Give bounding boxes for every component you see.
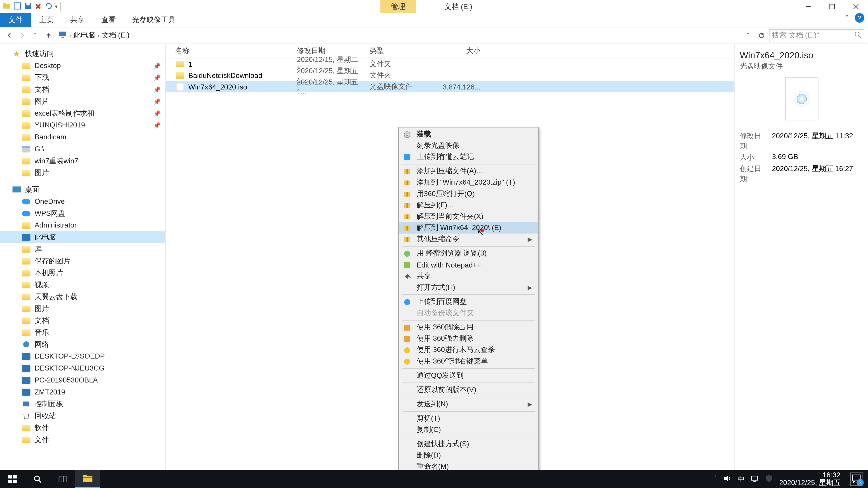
nav-item[interactable]: 天翼云盘下载 (0, 291, 165, 303)
start-button[interactable] (0, 470, 25, 488)
nav-back-button[interactable] (4, 30, 14, 41)
context-menu-item[interactable]: 上传到有道云笔记 (399, 151, 538, 163)
taskbar-clock[interactable]: 16:32 2020/12/25, 星期五 (779, 471, 840, 487)
nav-item[interactable]: 图片 (0, 167, 165, 179)
context-menu-item[interactable]: 解压到(F)... (399, 199, 538, 211)
nav-item[interactable]: 文档 (0, 315, 165, 326)
nav-item[interactable]: YUNQISHI2019📌 (0, 119, 165, 131)
nav-item[interactable]: DESKTOP-NJEU3CG (0, 362, 165, 374)
qat-save-icon[interactable] (24, 2, 32, 12)
nav-item[interactable]: Bandicam (0, 131, 165, 143)
context-menu-item[interactable]: 使用 360解除占用 (399, 322, 538, 333)
nav-item[interactable]: Administrator (0, 219, 165, 231)
qat-dropdown-icon[interactable]: ▾ (55, 4, 58, 9)
nav-item[interactable]: 回收站 (0, 410, 165, 422)
minimize-button[interactable] (796, 0, 820, 13)
nav-item[interactable]: 网络 (0, 338, 165, 350)
context-menu-item[interactable]: 使用 360强力删除 (399, 333, 538, 344)
ribbon-tab-home[interactable]: 主页 (31, 13, 62, 27)
ribbon-tab-share[interactable]: 共享 (62, 13, 93, 27)
context-menu-item[interactable]: 共享 (399, 270, 538, 282)
nav-item[interactable]: PC-20190530OBLA (0, 374, 165, 386)
ribbon-contextual-tab[interactable]: 管理 (380, 0, 416, 13)
context-menu-item[interactable]: 其他压缩命令▶ (399, 234, 538, 245)
tray-network-icon[interactable] (751, 474, 759, 484)
taskbar-explorer-button[interactable] (75, 470, 100, 488)
tray-ime-indicator[interactable]: 中 (738, 474, 745, 484)
column-headers[interactable]: 名称 修改日期 类型 大小 (166, 44, 735, 58)
context-menu-item[interactable]: 还原以前的版本(V) (399, 384, 538, 396)
nav-item[interactable]: 文档📌 (0, 84, 165, 95)
nav-item[interactable]: ★快速访问 (0, 48, 165, 60)
col-name[interactable]: 名称 (166, 46, 297, 56)
file-list[interactable]: 12020/12/15, 星期二 1...文件夹BaiduNetdiskDown… (166, 58, 735, 92)
nav-item[interactable]: 文件 (0, 434, 165, 446)
context-menu[interactable]: 装载刻录光盘映像上传到有道云笔记添加到压缩文件(A)...添加到 "Win7x6… (398, 127, 539, 488)
file-row[interactable]: Win7x64_2020.iso2020/12/25, 星期五 1...光盘映像… (166, 81, 735, 92)
refresh-button[interactable] (756, 30, 767, 41)
ribbon-tab-view[interactable]: 查看 (93, 13, 124, 27)
context-menu-item[interactable]: 使用 360进行木马云查杀 (399, 344, 538, 356)
nav-item[interactable]: 视频 (0, 279, 165, 291)
help-icon[interactable]: ? (855, 13, 864, 23)
context-menu-item[interactable]: 解压到当前文件夹(X) (399, 211, 538, 222)
task-view-button[interactable] (50, 470, 75, 488)
nav-item[interactable]: 此电脑 (0, 231, 165, 243)
nav-item[interactable]: 桌面 (0, 184, 165, 195)
context-menu-item[interactable]: 发送到(N)▶ (399, 398, 538, 410)
context-menu-item[interactable]: 创建快捷方式(S) (399, 438, 538, 450)
nav-item[interactable]: 音乐 (0, 326, 165, 338)
col-date[interactable]: 修改日期 (297, 46, 370, 56)
breadcrumb[interactable]: › 此电脑 › 文档 (E:) › (56, 30, 740, 40)
context-menu-item[interactable]: 上传到百度网盘 (399, 296, 538, 307)
address-dropdown-icon[interactable]: ˅ (743, 30, 753, 41)
nav-item[interactable]: 图片📌 (0, 95, 165, 107)
ribbon-collapse-icon[interactable]: ˅ (842, 13, 852, 24)
nav-item[interactable]: 控制面板 (0, 398, 165, 410)
qat-item[interactable] (13, 2, 22, 12)
qat-undo-icon[interactable] (44, 2, 53, 12)
tray-chevron-up-icon[interactable]: ˄ (714, 475, 717, 483)
context-menu-item[interactable]: 通过QQ发送到 (399, 370, 538, 381)
context-menu-item[interactable]: 添加到 "Win7x64_2020.zip" (T) (399, 177, 538, 188)
context-menu-item[interactable]: 使用 360管理右键菜单 (399, 356, 538, 367)
nav-item[interactable]: WPS网盘 (0, 207, 165, 219)
close-button[interactable] (844, 0, 868, 13)
nav-pane[interactable]: ★快速访问Desktop📌下载📌文档📌图片📌excel表格制作求和📌YUNQIS… (0, 44, 166, 475)
nav-item[interactable]: Desktop📌 (0, 60, 165, 72)
context-menu-item[interactable]: Edit with Notepad++ (399, 259, 538, 270)
nav-forward-button[interactable] (17, 30, 27, 41)
nav-item[interactable]: win7重装win7 (0, 155, 165, 167)
nav-item[interactable]: DESKTOP-LSSOEDP (0, 350, 165, 362)
taskbar[interactable]: ˄ 中 16:32 2020/12/25, 星期五 3 (0, 470, 868, 488)
nav-item[interactable]: 库 (0, 243, 165, 255)
breadcrumb-segment[interactable]: 文档 (E:) (102, 30, 129, 40)
nav-item[interactable]: excel表格制作求和📌 (0, 107, 165, 119)
nav-item[interactable]: ZMT2019 (0, 386, 165, 398)
nav-item[interactable]: 本机照片 (0, 267, 165, 279)
tray-volume-icon[interactable] (723, 474, 732, 484)
context-menu-item[interactable]: 用 蜂蜜浏览器 浏览(3) (399, 248, 538, 259)
action-center-button[interactable]: 3 (850, 473, 863, 486)
taskbar-search-button[interactable] (25, 470, 50, 488)
col-size[interactable]: 大小 (432, 46, 485, 56)
maximize-button[interactable] (820, 0, 844, 13)
search-input[interactable]: 搜索"文档 (E:)" (769, 29, 864, 42)
nav-item[interactable]: 软件 (0, 422, 165, 434)
ribbon-tab-file[interactable]: 文件 (0, 13, 31, 27)
context-menu-item[interactable]: 复制(C) (399, 424, 538, 435)
col-type[interactable]: 类型 (370, 46, 432, 56)
context-menu-item[interactable]: 打开方式(H)▶ (399, 282, 538, 293)
nav-item[interactable]: OneDrive (0, 195, 165, 207)
context-menu-item[interactable]: 添加到压缩文件(A)... (399, 166, 538, 177)
nav-recent-dropdown[interactable]: ˅ (30, 30, 40, 41)
qat-delete-icon[interactable]: ✖ (35, 2, 42, 11)
file-row[interactable]: 12020/12/15, 星期二 1...文件夹 (166, 58, 735, 70)
nav-up-button[interactable] (43, 30, 54, 41)
file-row[interactable]: BaiduNetdiskDownload2020/12/25, 星期五 1...… (166, 70, 735, 81)
nav-item[interactable]: 下载📌 (0, 71, 165, 84)
tray-security-icon[interactable] (765, 474, 773, 484)
context-menu-item[interactable]: 删除(D) (399, 450, 538, 461)
nav-item[interactable]: G:\ (0, 143, 165, 155)
context-menu-item[interactable]: 解压到 Win7x64_2020\ (E) (399, 222, 538, 234)
